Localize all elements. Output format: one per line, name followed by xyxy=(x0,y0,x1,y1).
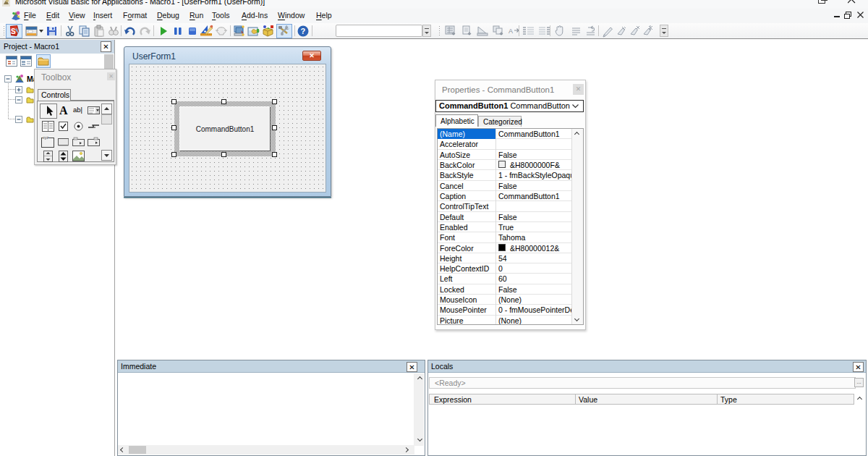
svg-text:A: A xyxy=(509,28,513,35)
svg-text:?: ? xyxy=(301,27,306,35)
svg-text:xyz: xyz xyxy=(43,135,49,140)
svg-text:S: S xyxy=(11,28,16,35)
